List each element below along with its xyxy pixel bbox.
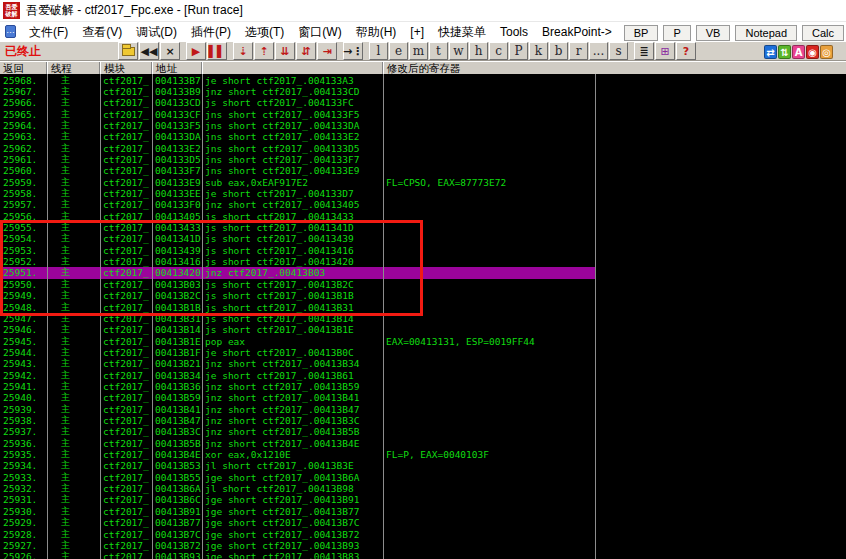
table-row[interactable]: 25957.主ctf2017_004133F0jnz short ctf2017… [0,199,846,211]
table-row[interactable]: 25962.主ctf2017_004133E2jns short ctf2017… [0,143,846,155]
table-row[interactable]: 25936.主ctf2017_00413B5Bjnz short ctf2017… [0,438,846,450]
row-address: 00413B77 [155,517,201,528]
table-row[interactable]: 25963.主ctf2017_004133DAjns short ctf2017… [0,131,846,143]
table-row[interactable]: 25934.主ctf2017_00413B53jl short ctf2017_… [0,460,846,472]
view-button-k[interactable]: k [529,42,548,60]
row-address: 004133EE [155,188,201,199]
close-icon[interactable]: × [160,42,180,60]
view-button-r[interactable]: r [569,42,588,60]
table-row[interactable]: 25965.主ctf2017_004133CFjns short ctf2017… [0,109,846,121]
view-button-m[interactable]: m [409,42,428,60]
table-row[interactable]: 25966.主ctf2017_004133CDjs short ctf2017_… [0,97,846,109]
view-button-l[interactable]: l [369,42,388,60]
view-button-c[interactable]: c [489,42,508,60]
table-row[interactable]: 25960.主ctf2017_004133F7jns short ctf2017… [0,165,846,177]
table-row[interactable]: 25937.主ctf2017_00413B3Cjnz short ctf2017… [0,426,846,438]
mdi-window-icon[interactable]: … [5,25,16,38]
swap-icon[interactable]: ⇄ [764,45,777,59]
trace-over-icon[interactable]: ⇡ [254,42,274,60]
table-row[interactable]: 25942.主ctf2017_00413B34je short ctf2017_… [0,370,846,382]
row-module: ctf2017_ [103,392,149,403]
quick-button-vb[interactable]: VB [696,25,731,41]
table-row[interactable]: 25928.主ctf2017_00413B7Cjge short ctf2017… [0,529,846,541]
quick-button-p[interactable]: P [663,25,690,41]
target-icon[interactable]: ◎ [820,45,833,59]
row-instruction: js short ctf2017_.004133FC [205,97,354,108]
list-view-icon[interactable]: ≣ [634,42,654,60]
table-row[interactable]: 25958.主ctf2017_004133EEje short ctf2017_… [0,188,846,200]
header-address[interactable]: 地址 [152,62,202,74]
row-instruction: je short ctf2017_.004133A3 [205,75,354,86]
header-registers[interactable]: 修改后的寄存器 [383,62,846,74]
view-button-t[interactable]: t [429,42,448,60]
table-row[interactable]: 25939.主ctf2017_00413B41jnz short ctf2017… [0,404,846,416]
view-button-b[interactable]: b [549,42,568,60]
table-row[interactable]: 25930.主ctf2017_00413B91jge short ctf2017… [0,506,846,518]
table-row[interactable]: 25968.主ctf2017_004133B7je short ctf2017_… [0,75,846,87]
header-module[interactable]: 模块 [100,62,152,74]
table-row[interactable]: 25940.主ctf2017_00413B59jnz short ctf2017… [0,392,846,404]
table-row[interactable]: 25935.主ctf2017_00413B4Exor eax,0x1210EFL… [0,449,846,461]
open-file-icon[interactable] [118,42,138,60]
menu-item-3[interactable]: 插件(P) [184,24,238,40]
record-icon[interactable]: ◉ [806,45,819,59]
menu-item-6[interactable]: 帮助(H) [349,24,404,40]
view-button-s[interactable]: s [609,42,628,60]
table-row[interactable]: 25961.主ctf2017_004133D5jns short ctf2017… [0,154,846,166]
row-module: ctf2017_ [103,131,149,142]
table-row[interactable]: 25967.主ctf2017_004133B9jnz short ctf2017… [0,86,846,98]
header-command[interactable] [202,62,383,74]
table-row[interactable]: 25931.主ctf2017_00413B6Cjge short ctf2017… [0,494,846,506]
quick-button-bp[interactable]: BP [624,25,659,41]
help-icon[interactable]: ? [676,42,696,60]
menu-item-10[interactable]: BreakPoint-> [535,24,619,40]
updown-icon[interactable]: ⇅ [778,45,791,59]
row-module: ctf2017_ [103,143,149,154]
table-row[interactable]: 25959.主ctf2017_004133E9sub eax,0xEAF917E… [0,177,846,189]
animate-into-icon[interactable]: ⇊ [275,42,295,60]
animate-over-icon[interactable]: ⇵ [296,42,316,60]
menu-item-7[interactable]: [+] [403,24,431,40]
table-row[interactable]: 25946.主ctf2017_00413B14js short ctf2017_… [0,324,846,336]
table-row[interactable]: 25945.主ctf2017_00413B1Epop eaxEAX=004131… [0,336,846,348]
table-row[interactable]: 25929.主ctf2017_00413B77jge short ctf2017… [0,517,846,529]
table-row[interactable]: 25932.主ctf2017_00413B6Ajl short ctf2017_… [0,483,846,495]
header-return[interactable]: 返回 [0,62,47,74]
table-row[interactable]: 25964.主ctf2017_004133F5jns short ctf2017… [0,120,846,132]
table-row[interactable]: 25927.主ctf2017_00413B72jge short ctf2017… [0,540,846,552]
table-row[interactable]: 25938.主ctf2017_00413B47jnz short ctf2017… [0,415,846,427]
menu-item-4[interactable]: 选项(T) [238,24,291,40]
row-address: 00413B41 [155,404,201,415]
trace-into-icon[interactable]: ⇣ [233,42,253,60]
goto-icon[interactable]: →⋮ [343,42,363,60]
table-row[interactable]: 25941.主ctf2017_00413B36jnz short ctf2017… [0,381,846,393]
pause-icon[interactable]: ▌▌ [207,42,227,60]
windows-icon[interactable]: ⊞ [655,42,675,60]
run-icon[interactable]: ▶ [186,42,206,60]
row-module: ctf2017_ [103,347,149,358]
menu-item-5[interactable]: 窗口(W) [291,24,348,40]
run-trace-list[interactable]: 25968.主ctf2017_004133B7je short ctf2017_… [0,74,846,559]
menu-item-8[interactable]: 快捷菜单 [431,24,493,40]
quick-button-notepad[interactable]: Notepad [735,25,797,41]
table-row[interactable]: 25944.主ctf2017_00413B1Fje short ctf2017_… [0,347,846,359]
header-thread[interactable]: 线程 [47,62,100,74]
row-module: ctf2017_ [103,551,149,559]
view-button-dots[interactable]: ... [589,42,608,60]
menu-item-1[interactable]: 查看(V) [75,24,129,40]
table-row[interactable]: 25926.主ctf2017_00413B93jge short ctf2017… [0,551,846,559]
view-button-P[interactable]: P [509,42,528,60]
menu-item-0[interactable]: 文件(F) [22,24,75,40]
view-button-w[interactable]: w [449,42,468,60]
run-to-return-icon[interactable]: ⇥ [317,42,337,60]
view-button-e[interactable]: e [389,42,408,60]
menu-item-9[interactable]: Tools [493,24,535,40]
menu-item-2[interactable]: 调试(D) [129,24,184,40]
row-instruction: jns short ctf2017_.004133E2 [205,131,359,142]
table-row[interactable]: 25943.主ctf2017_00413B21jnz short ctf2017… [0,358,846,370]
quick-button-calc[interactable]: Calc [802,25,844,41]
table-row[interactable]: 25933.主ctf2017_00413B55jge short ctf2017… [0,472,846,484]
view-button-h[interactable]: h [469,42,488,60]
assembler-icon[interactable]: A [792,45,805,59]
step-back-icon[interactable]: ◀◀ [139,42,159,60]
